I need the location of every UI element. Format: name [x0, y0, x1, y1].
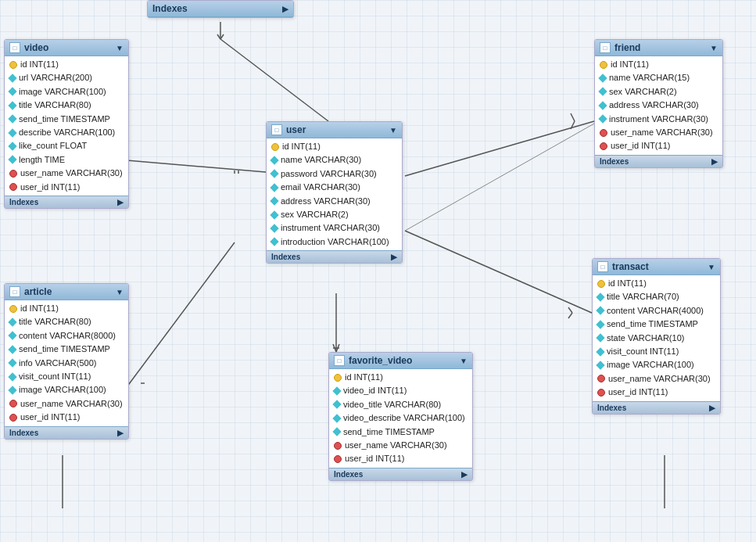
- user-arrow: ▼: [389, 126, 397, 135]
- diamond-icon: [596, 307, 604, 315]
- favorite-video-table: □ favorite_video ▼ id INT(11) video_id I…: [328, 352, 473, 481]
- table-row: image VARCHAR(100): [5, 383, 128, 397]
- friend-body: id INT(11) name VARCHAR(15) sex VARCHAR(…: [595, 56, 722, 155]
- svg-line-4: [127, 160, 266, 172]
- friend-table: □ friend ▼ id INT(11) name VARCHAR(15) s…: [594, 39, 723, 168]
- diamond-icon: [598, 88, 607, 96]
- table-row: instrument VARCHAR(30): [267, 221, 402, 235]
- video-title: video: [24, 42, 48, 53]
- svg-line-15: [568, 307, 572, 313]
- table-row: sex VARCHAR(2): [595, 85, 722, 99]
- key-icon: [9, 61, 17, 69]
- table-row: user_name VARCHAR(30): [329, 439, 472, 452]
- key-icon: [600, 61, 607, 69]
- diamond-icon: [270, 156, 278, 164]
- video-arrow: ▼: [116, 44, 124, 52]
- table-row: address VARCHAR(30): [267, 195, 402, 208]
- svg-line-14: [405, 231, 592, 313]
- table-row: visit_count INT(11): [593, 345, 720, 358]
- diamond-icon: [332, 386, 341, 395]
- diamond-icon: [8, 318, 16, 326]
- transact-arrow: ▼: [708, 263, 715, 271]
- table-row: id INT(11): [329, 371, 472, 384]
- table-row: video_title VARCHAR(80): [329, 398, 472, 411]
- indexes-top-header: Indexes ▶: [148, 1, 293, 17]
- diamond-icon: [8, 345, 16, 354]
- red-key-icon: [9, 400, 17, 407]
- diamond-icon: [596, 320, 604, 328]
- diamond-icon: [270, 224, 278, 232]
- friend-header: □ friend ▼: [595, 40, 722, 56]
- diamond-icon: [270, 183, 278, 192]
- friend-footer: Indexes ▶: [595, 155, 722, 167]
- diamond-icon: [8, 372, 16, 381]
- fav-arrow: ▼: [460, 357, 468, 365]
- transact-body: id INT(11) title VARCHAR(70) content VAR…: [593, 275, 720, 401]
- table-row: image VARCHAR(100): [593, 358, 720, 372]
- diamond-icon: [8, 332, 16, 340]
- table-row: id INT(11): [5, 302, 128, 315]
- key-icon: [271, 143, 279, 151]
- svg-line-7: [405, 121, 594, 176]
- user-header: □ user ▼: [267, 122, 402, 138]
- table-row: name VARCHAR(15): [595, 71, 722, 84]
- svg-line-9: [571, 121, 575, 129]
- red-key-icon: [597, 375, 605, 382]
- article-title: article: [24, 286, 52, 297]
- diamond-icon: [8, 359, 16, 368]
- svg-line-12: [336, 344, 339, 352]
- video-header: □ video ▼: [5, 40, 128, 56]
- table-row: title VARCHAR(70): [593, 290, 720, 303]
- diamond-icon: [332, 428, 341, 436]
- svg-line-21: [405, 124, 594, 231]
- diamond-icon: [270, 197, 278, 206]
- article-table: □ article ▼ id INT(11) title VARCHAR(80)…: [4, 283, 129, 440]
- red-key-icon: [334, 442, 342, 450]
- indexes-top-title: Indexes: [152, 3, 188, 14]
- table-row: id INT(11): [595, 58, 722, 71]
- diamond-icon: [8, 156, 16, 164]
- table-row: describe VARCHAR(100): [5, 126, 128, 139]
- svg-line-16: [568, 313, 572, 318]
- table-row: send_time TIMESTAMP: [5, 343, 128, 356]
- red-key-icon: [334, 455, 342, 463]
- diamond-icon: [270, 170, 278, 178]
- diamond-icon: [8, 386, 16, 394]
- article-arrow: ▼: [116, 288, 124, 296]
- table-row: image VARCHAR(100): [5, 85, 128, 99]
- favorite-video-header: □ favorite_video ▼: [329, 353, 472, 369]
- table-row: state VARCHAR(10): [593, 332, 720, 345]
- friend-title: friend: [614, 42, 640, 53]
- friend-table-icon: □: [600, 42, 611, 53]
- svg-line-11: [333, 344, 336, 352]
- diamond-icon: [332, 414, 341, 422]
- diamond-icon: [8, 128, 16, 137]
- table-row: content VARCHAR(8000): [5, 329, 128, 343]
- svg-line-2: [217, 34, 220, 39]
- video-table: □ video ▼ id INT(11) url VARCHAR(200) im…: [4, 39, 129, 209]
- article-body: id INT(11) title VARCHAR(80) content VAR…: [5, 300, 128, 426]
- table-row: email VARCHAR(30): [267, 181, 402, 194]
- table-row: user_id INT(11): [329, 452, 472, 465]
- diamond-icon: [598, 101, 607, 109]
- diamond-icon: [8, 74, 16, 82]
- table-row: password VARCHAR(30): [267, 167, 402, 181]
- diamond-icon: [596, 347, 604, 356]
- video-body: id INT(11) url VARCHAR(200) image VARCHA…: [5, 56, 128, 196]
- diamond-icon: [8, 88, 16, 96]
- key-icon: [597, 280, 605, 288]
- table-row: user_id INT(11): [5, 411, 128, 424]
- red-key-icon: [9, 183, 17, 191]
- article-header: □ article ▼: [5, 284, 128, 300]
- table-row: id INT(11): [267, 140, 402, 153]
- table-row: user_name VARCHAR(30): [5, 167, 128, 180]
- table-row: send_time TIMESTAMP: [329, 425, 472, 439]
- svg-line-3: [220, 34, 224, 39]
- friend-arrow: ▼: [710, 44, 718, 52]
- red-key-icon: [600, 129, 607, 137]
- red-key-icon: [9, 170, 17, 178]
- table-row: video_describe VARCHAR(100): [329, 411, 472, 425]
- transact-table-icon: □: [597, 261, 608, 272]
- transact-footer: Indexes ▶: [593, 401, 720, 414]
- favorite-video-footer: Indexes ▶: [329, 468, 472, 480]
